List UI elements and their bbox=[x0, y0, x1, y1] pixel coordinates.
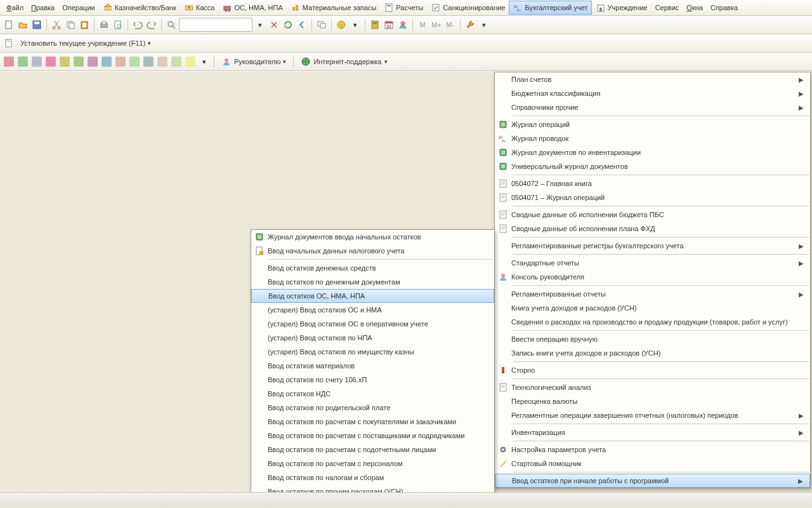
acc-menu-item-36[interactable]: Стартовый помощник bbox=[495, 457, 810, 471]
wrench-icon[interactable] bbox=[464, 18, 476, 31]
set-establishment-button[interactable]: Установить текущее учреждение (F11) ▾ bbox=[16, 37, 155, 50]
acc-menu-item-10[interactable]: 0504071 – Журнал операций bbox=[495, 190, 810, 204]
balances-menu-item-6[interactable]: (устарел) Ввод остатков ОС и НМА bbox=[251, 303, 494, 317]
acc-menu-item-27[interactable]: Сторно bbox=[495, 363, 810, 377]
acc-menu-item-31[interactable]: Регламентные операции завершения отчетны… bbox=[495, 408, 810, 422]
preview-icon[interactable] bbox=[112, 18, 124, 31]
acc-menu-item-13[interactable]: Сводные данные об исполнении плана ФХД bbox=[495, 222, 810, 236]
calculator-icon[interactable] bbox=[369, 18, 381, 31]
panel-btn-12[interactable] bbox=[156, 55, 169, 68]
acc-menu-item-1[interactable]: Бюджетная классификация▶ bbox=[495, 86, 810, 100]
menu-операции[interactable]: Операции bbox=[58, 2, 98, 13]
balances-menu-item-14[interactable]: Ввод остатков по расчетам с покупателями… bbox=[251, 415, 494, 429]
balances-menu-item-7[interactable]: (устарел) Ввод остатков ОС в оперативном… bbox=[251, 317, 494, 331]
menu-санкционирование[interactable]: Санкционирование bbox=[427, 1, 509, 15]
help-icon[interactable]: i bbox=[335, 18, 348, 31]
refresh-icon[interactable] bbox=[282, 18, 294, 31]
panel-btn-7[interactable] bbox=[86, 55, 99, 68]
panel-btn-5[interactable] bbox=[58, 55, 71, 68]
print-icon[interactable] bbox=[98, 18, 110, 31]
acc-menu-item-20[interactable]: Регламентированные отчеты▶ bbox=[495, 287, 810, 301]
balances-menu-item-3[interactable]: Ввод остатков денежных средств bbox=[251, 261, 494, 275]
menu-касса[interactable]: Касса bbox=[180, 1, 219, 15]
user-icon[interactable] bbox=[396, 18, 409, 31]
panel-btn-14[interactable] bbox=[184, 55, 197, 68]
redo-icon[interactable] bbox=[145, 18, 158, 31]
menu-расчеты[interactable]: Расчеты bbox=[380, 1, 427, 15]
panel-btn-11[interactable] bbox=[142, 55, 155, 68]
menu-учреждение[interactable]: Учреждение bbox=[592, 1, 652, 15]
panel-btn-3[interactable] bbox=[30, 55, 43, 68]
undo-icon[interactable] bbox=[131, 18, 144, 31]
new-doc-icon[interactable] bbox=[3, 18, 15, 31]
windows-icon[interactable] bbox=[315, 18, 328, 31]
acc-menu-item-33[interactable]: Инвентаризация▶ bbox=[495, 425, 810, 439]
calendar-icon[interactable]: 31 bbox=[383, 18, 395, 31]
acc-menu-item-25[interactable]: Запись книги учета доходов и расходов (У… bbox=[495, 346, 810, 360]
acc-menu-item-9[interactable]: 0504072 – Главная книга bbox=[495, 177, 810, 190]
wrench-dropdown-icon[interactable]: ▾ bbox=[478, 18, 490, 31]
balances-menu-item-18[interactable]: Ввод остатков по налогам и сборам bbox=[251, 471, 494, 485]
balances-menu-item-4[interactable]: Ввод остатков по денежным документам bbox=[251, 275, 494, 289]
panel-dropdown-icon[interactable]: ▾ bbox=[198, 55, 211, 68]
acc-menu-item-5[interactable]: ДтКтЖурнал проводок bbox=[495, 131, 810, 145]
balances-menu-item-8[interactable]: (устарел) Ввод остатков по НПА bbox=[251, 331, 494, 345]
acc-menu-item-4[interactable]: Журнал операций bbox=[495, 117, 810, 131]
leader-button[interactable]: Руководителю ▾ bbox=[218, 55, 290, 68]
balances-menu-item-10[interactable]: Ввод остатков материалов bbox=[251, 359, 494, 373]
acc-menu-item-21[interactable]: Книга учета доходов и расходов (УСН) bbox=[495, 301, 810, 315]
panel-btn-6[interactable] bbox=[72, 55, 85, 68]
search-dropdown-icon[interactable]: ▾ bbox=[254, 18, 266, 31]
menu-окна[interactable]: Окна bbox=[683, 2, 707, 13]
panel-btn-8[interactable] bbox=[100, 55, 113, 68]
cut-icon[interactable] bbox=[50, 18, 63, 31]
open-icon[interactable] bbox=[16, 18, 29, 31]
balances-menu-item-11[interactable]: Ввод остатков по счету 106.хП bbox=[251, 373, 494, 387]
acc-menu-item-12[interactable]: Сводные данные об исполнении бюджета ПБС bbox=[495, 208, 810, 222]
balances-menu-item-13[interactable]: Ввод остатков по родительской плате bbox=[251, 401, 494, 415]
acc-menu-item-22[interactable]: Сведения о расходах на производство и пр… bbox=[495, 315, 810, 329]
save-icon[interactable] bbox=[30, 18, 43, 31]
menu-ос-нма-нпа[interactable]: ОС, НМА, НПА bbox=[218, 1, 286, 15]
nav-back-icon[interactable] bbox=[296, 18, 308, 31]
panel-btn-10[interactable] bbox=[128, 55, 141, 68]
acc-menu-item-24[interactable]: Ввести операцию вручную bbox=[495, 332, 810, 346]
menu-файл[interactable]: Файл bbox=[3, 2, 27, 13]
acc-menu-item-7[interactable]: Универсальный журнал документов bbox=[495, 159, 810, 173]
balances-menu-item-17[interactable]: Ввод остатков по расчетам с персоналом bbox=[251, 457, 494, 471]
acc-menu-item-18[interactable]: Консоль руководителя bbox=[495, 270, 810, 284]
establishment-icon[interactable] bbox=[3, 37, 15, 50]
search-input[interactable] bbox=[179, 18, 252, 32]
acc-menu-item-6[interactable]: Журнал документов по инвентаризации bbox=[495, 145, 810, 159]
balances-menu-item-9[interactable]: (устарел) Ввод остатков по имуществу каз… bbox=[251, 345, 494, 359]
acc-menu-item-29[interactable]: Технологический анализ bbox=[495, 380, 810, 394]
acc-menu-item-35[interactable]: Настройка параметров учета bbox=[495, 443, 810, 457]
acc-menu-item-2[interactable]: Справочники прочие▶ bbox=[495, 100, 810, 114]
balances-menu-item-16[interactable]: Ввод остатков по расчетам с подотчетными… bbox=[251, 443, 494, 457]
menu-правка[interactable]: Правка bbox=[27, 2, 58, 13]
menu-материальные-запасы[interactable]: Материальные запасы bbox=[287, 1, 381, 15]
menu-сервис[interactable]: Сервис bbox=[652, 2, 683, 13]
panel-btn-9[interactable] bbox=[114, 55, 127, 68]
help-dropdown-icon[interactable]: ▾ bbox=[349, 18, 362, 31]
clear-search-icon[interactable] bbox=[268, 18, 280, 31]
menu-казначейство-банк[interactable]: Казначейство/Банк bbox=[99, 1, 180, 15]
internet-support-button[interactable]: Интернет-поддержка ▾ bbox=[297, 55, 391, 68]
balances-menu-item-15[interactable]: Ввод остатков по расчетам с поставщиками… bbox=[251, 429, 494, 443]
menu-справка[interactable]: Справка bbox=[707, 2, 742, 13]
balances-menu-item-1[interactable]: +Ввод начальных данных налогового учета bbox=[251, 244, 494, 258]
balances-menu-item-12[interactable]: Ввод остатков НДС bbox=[251, 387, 494, 401]
balances-menu-item-0[interactable]: Журнал документов ввода начальных остатк… bbox=[251, 230, 494, 244]
acc-menu-item-15[interactable]: Регламентированные регистры бухгалтерско… bbox=[495, 239, 810, 253]
panel-btn-2[interactable] bbox=[16, 55, 29, 68]
acc-menu-item-17[interactable]: Стандартные отчеты▶ bbox=[495, 256, 810, 270]
panel-btn-13[interactable] bbox=[170, 55, 183, 68]
panel-btn-1[interactable] bbox=[3, 55, 15, 68]
menu-бухгалтерский-учет[interactable]: ДтКтБухгалтерский учет bbox=[509, 1, 591, 15]
acc-menu-item-38[interactable]: Ввод остатков при начале работы с програ… bbox=[495, 474, 810, 488]
copy-icon[interactable] bbox=[64, 18, 77, 31]
panel-btn-4[interactable] bbox=[44, 55, 57, 68]
paste-icon[interactable] bbox=[78, 18, 91, 31]
balances-menu-item-5[interactable]: Ввод остатков ОС, НМА, НПА bbox=[251, 289, 494, 303]
acc-menu-item-0[interactable]: План счетов▶ bbox=[495, 72, 810, 86]
